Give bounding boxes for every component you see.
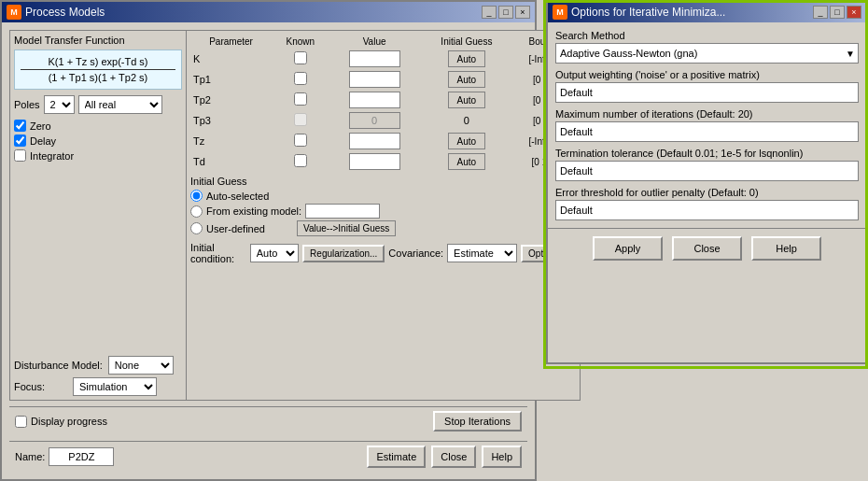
disturbance-select[interactable]: None bbox=[108, 356, 174, 375]
known-checkbox-tp2[interactable] bbox=[294, 92, 307, 106]
apply-button[interactable]: Apply bbox=[593, 236, 663, 261]
known-checkbox-tz[interactable] bbox=[294, 134, 307, 147]
delay-checkbox-item[interactable]: Delay bbox=[14, 134, 182, 147]
table-row: TdAuto[0 1.5] bbox=[190, 151, 576, 172]
error-threshold-label: Error threshold for outlier penalty (Def… bbox=[555, 187, 859, 198]
known-checkbox-td[interactable] bbox=[294, 154, 307, 167]
delay-checkbox[interactable] bbox=[14, 134, 26, 147]
param-label-tz: Tz bbox=[190, 131, 272, 151]
ig-value-tp3: 0 bbox=[464, 115, 469, 126]
display-progress-checkbox[interactable] bbox=[15, 416, 27, 428]
integrator-checkbox-item[interactable]: Integrator bbox=[14, 149, 182, 162]
param-label-td: Td bbox=[190, 151, 272, 172]
termination-tolerance-input[interactable] bbox=[555, 161, 859, 181]
options-footer: Apply Close Help bbox=[548, 228, 866, 268]
stop-iterations-button[interactable]: Stop Iterations bbox=[433, 411, 522, 431]
focus-label: Focus: bbox=[14, 381, 45, 392]
auto-button-tp2[interactable]: Auto bbox=[448, 92, 485, 108]
termination-tolerance-group: Termination tolerance (Default 0.01; 1e-… bbox=[555, 148, 859, 181]
display-progress-item[interactable]: Display progress bbox=[15, 416, 107, 428]
error-threshold-input[interactable] bbox=[555, 200, 859, 220]
action-bar: Name: Estimate Close Help bbox=[9, 441, 527, 472]
radio-user-input[interactable] bbox=[190, 222, 203, 234]
radio-existing-input[interactable] bbox=[190, 205, 203, 218]
search-method-label: Search Method bbox=[555, 30, 859, 41]
integrator-label: Integrator bbox=[30, 150, 74, 162]
poles-count-select[interactable]: 2 bbox=[44, 95, 75, 114]
close-button[interactable]: × bbox=[515, 6, 530, 19]
integrator-checkbox[interactable] bbox=[14, 149, 26, 162]
radio-user-label: User-defined bbox=[206, 223, 265, 234]
radio-existing-label: From existing model: bbox=[206, 205, 301, 217]
covariance-select[interactable]: Estimate bbox=[447, 244, 517, 262]
zero-label: Zero bbox=[30, 120, 51, 132]
known-checkbox-tp1[interactable] bbox=[294, 72, 307, 85]
regularization-button[interactable]: Regularization... bbox=[302, 245, 385, 262]
delay-label: Delay bbox=[30, 135, 56, 147]
options-body: Search Method Adaptive Gauss-Newton (gna… bbox=[548, 22, 866, 228]
param-label-k: K bbox=[190, 49, 272, 69]
disturbance-label: Disturbance Model: bbox=[14, 360, 103, 371]
radio-user[interactable]: User-defined Value-->Initial Guess bbox=[190, 220, 576, 236]
bottom-strip: Display progress Stop Iterations bbox=[9, 406, 527, 435]
options-icon: M bbox=[553, 5, 567, 20]
minimize-button[interactable]: _ bbox=[482, 6, 497, 19]
app-icon: M bbox=[7, 5, 21, 20]
options-minimize-button[interactable]: _ bbox=[813, 6, 828, 19]
options-maximize-button[interactable]: □ bbox=[830, 6, 845, 19]
value-to-ig-button[interactable]: Value-->Initial Guess bbox=[297, 220, 396, 236]
radio-auto[interactable]: Auto-selected bbox=[190, 190, 576, 202]
search-method-dropdown-wrapper: Adaptive Gauss-Newton (gna) ▼ bbox=[555, 43, 859, 64]
value-input-k[interactable] bbox=[349, 50, 400, 67]
tf-numerator: K(1 + Tz s) exp(-Td s) bbox=[21, 56, 175, 70]
initial-condition-select[interactable]: Auto bbox=[250, 244, 299, 262]
param-label-tp2: Tp2 bbox=[190, 90, 272, 110]
from-model-input[interactable] bbox=[305, 204, 380, 219]
radio-existing[interactable]: From existing model: bbox=[190, 204, 576, 219]
name-input[interactable] bbox=[49, 447, 114, 466]
max-iterations-input[interactable] bbox=[555, 121, 859, 142]
col-known: Known bbox=[272, 35, 329, 49]
auto-button-td[interactable]: Auto bbox=[448, 153, 485, 170]
help-options-button[interactable]: Help bbox=[751, 236, 821, 261]
auto-button-k[interactable]: Auto bbox=[448, 50, 485, 67]
param-label-tp1: Tp1 bbox=[190, 69, 272, 90]
auto-button-tp1[interactable]: Auto bbox=[448, 71, 485, 88]
table-row: Tp30[0 Inf] bbox=[190, 110, 576, 131]
condition-covariance-section: Initial condition: Auto Regularization..… bbox=[190, 242, 576, 264]
maximize-button[interactable]: □ bbox=[498, 6, 513, 19]
transfer-function-box: K(1 + Tz s) exp(-Td s) (1 + Tp1 s)(1 + T… bbox=[14, 50, 182, 90]
output-weighting-group: Output weighting ('noise' or a positive … bbox=[555, 69, 859, 103]
value-input-tp2[interactable] bbox=[349, 92, 400, 108]
help-main-button[interactable]: Help bbox=[482, 446, 522, 468]
name-section: Name: bbox=[15, 447, 114, 466]
max-iterations-label: Maximum number of iterations (Default: 2… bbox=[555, 108, 859, 120]
search-method-select[interactable]: Adaptive Gauss-Newton (gna) bbox=[555, 43, 859, 64]
estimate-button[interactable]: Estimate bbox=[367, 446, 426, 468]
radio-auto-label: Auto-selected bbox=[206, 191, 269, 202]
tf-section-label: Model Transfer Function bbox=[14, 35, 182, 46]
ig-title: Initial Guess bbox=[190, 176, 576, 187]
table-row: Tp1Auto[0 Inf] bbox=[190, 69, 576, 90]
error-threshold-group: Error threshold for outlier penalty (Def… bbox=[555, 187, 859, 220]
tf-denominator: (1 + Tp1 s)(1 + Tp2 s) bbox=[21, 72, 175, 83]
value-input-td[interactable] bbox=[349, 153, 400, 170]
value-input-tz[interactable] bbox=[349, 133, 400, 149]
radio-auto-input[interactable] bbox=[190, 190, 203, 202]
output-weighting-input[interactable] bbox=[555, 82, 859, 103]
close-options-button[interactable]: Close bbox=[672, 236, 742, 261]
search-method-group: Search Method Adaptive Gauss-Newton (gna… bbox=[555, 30, 859, 64]
poles-type-select[interactable]: All real bbox=[78, 95, 162, 114]
window-controls: _ □ × bbox=[482, 6, 530, 19]
close-main-button[interactable]: Close bbox=[431, 446, 476, 468]
options-close-x-button[interactable]: × bbox=[847, 6, 861, 19]
name-label: Name: bbox=[15, 451, 45, 462]
value-input-tp1[interactable] bbox=[349, 71, 400, 88]
focus-select[interactable]: Simulation bbox=[73, 377, 157, 396]
zero-checkbox-item[interactable]: Zero bbox=[14, 120, 182, 132]
auto-button-tz[interactable]: Auto bbox=[448, 133, 485, 149]
known-checkbox-k[interactable] bbox=[294, 51, 307, 64]
zero-checkbox[interactable] bbox=[14, 120, 26, 132]
param-label-tp3: Tp3 bbox=[190, 110, 272, 131]
action-buttons: Estimate Close Help bbox=[367, 446, 522, 468]
